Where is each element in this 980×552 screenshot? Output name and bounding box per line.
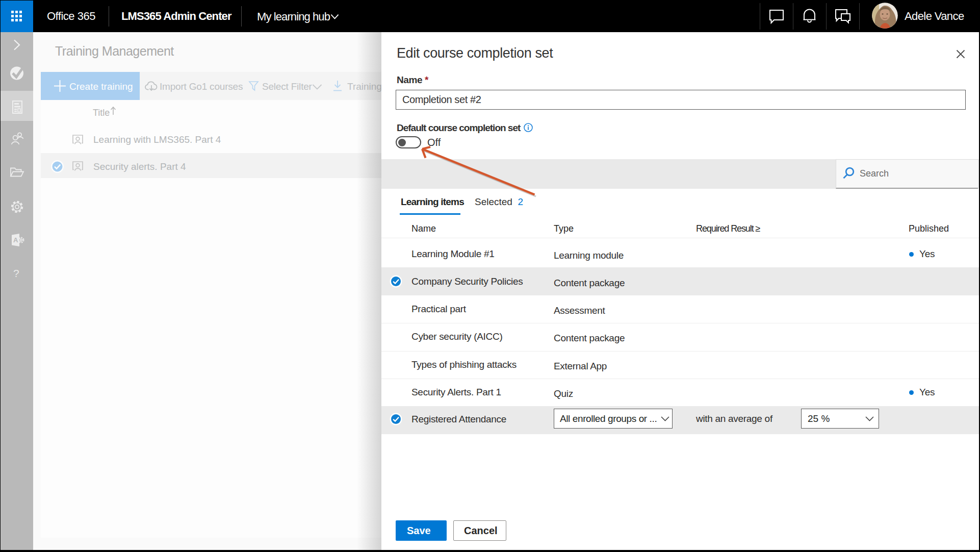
svg-text:A: A — [13, 236, 18, 244]
